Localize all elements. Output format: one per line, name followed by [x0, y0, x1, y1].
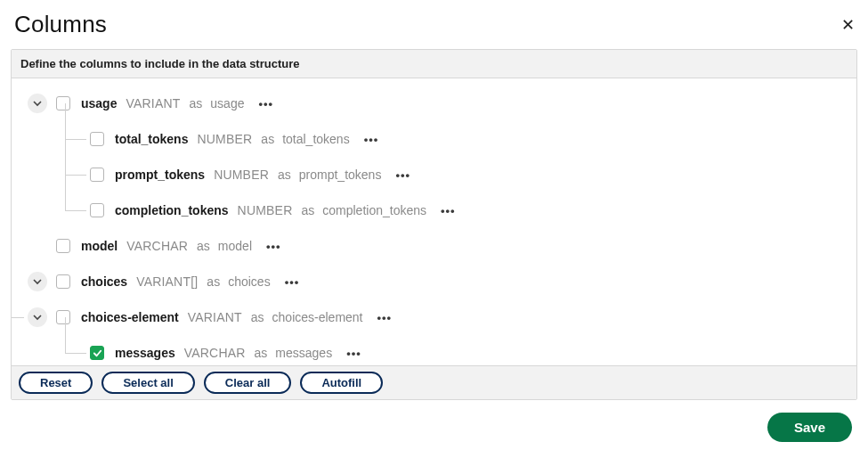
- dialog-title: Columns: [14, 11, 107, 38]
- column-name: choices-element: [81, 310, 179, 324]
- tree-node-total-tokens: total_tokens NUMBER as total_tokens •••: [90, 121, 848, 157]
- tree-node-model: model VARCHAR as model •••: [28, 228, 848, 264]
- checkbox-total-tokens[interactable]: [90, 132, 104, 146]
- column-alias: choices-element: [272, 310, 363, 324]
- column-alias: usage: [210, 96, 244, 110]
- as-label: as: [207, 274, 220, 289]
- as-label: as: [251, 310, 264, 324]
- more-icon[interactable]: •••: [255, 95, 277, 112]
- column-alias: completion_tokens: [322, 203, 426, 217]
- chevron-down-icon[interactable]: [28, 307, 47, 327]
- more-icon[interactable]: •••: [281, 274, 304, 290]
- tree-node-prompt-tokens: prompt_tokens NUMBER as prompt_tokens ••…: [90, 157, 848, 192]
- more-icon[interactable]: •••: [374, 309, 396, 326]
- more-icon[interactable]: •••: [437, 202, 459, 219]
- dialog-header: Columns ✕: [11, 7, 857, 49]
- panel-header: Define the columns to include in the dat…: [12, 50, 856, 78]
- dialog-footer: Save: [11, 400, 857, 442]
- as-label: as: [301, 203, 314, 217]
- column-type: VARCHAR: [184, 346, 246, 360]
- column-type: NUMBER: [214, 168, 269, 182]
- chevron-down-icon[interactable]: [28, 94, 47, 113]
- column-name: usage: [81, 96, 117, 110]
- column-type: NUMBER: [197, 132, 252, 146]
- chevron-down-icon[interactable]: [28, 272, 47, 291]
- as-label: as: [197, 239, 210, 253]
- as-label: as: [261, 132, 274, 146]
- column-alias: total_tokens: [282, 132, 350, 146]
- tree-node-choices-element: choices-element VARIANT as choices-eleme…: [28, 299, 848, 335]
- column-name: messages: [115, 346, 175, 360]
- tree-node-messages: messages VARCHAR as messages •••: [90, 335, 848, 365]
- checkbox-choices-element[interactable]: [56, 310, 70, 324]
- column-alias: choices: [228, 274, 270, 289]
- more-icon[interactable]: •••: [343, 345, 365, 362]
- column-type: VARIANT[]: [136, 274, 198, 289]
- tree-node-completion-tokens: completion_tokens NUMBER as completion_t…: [90, 192, 848, 228]
- column-name: completion_tokens: [115, 203, 229, 217]
- as-label: as: [190, 96, 203, 110]
- checkbox-prompt-tokens[interactable]: [90, 168, 104, 182]
- column-alias: prompt_tokens: [299, 168, 382, 182]
- checkbox-usage[interactable]: [56, 96, 70, 110]
- column-name: model: [81, 239, 118, 253]
- column-type: NUMBER: [238, 203, 293, 217]
- checkbox-choices[interactable]: [56, 274, 70, 289]
- autofill-button[interactable]: Autofill: [300, 372, 383, 394]
- panel-footer: Reset Select all Clear all Autofill: [12, 365, 856, 399]
- tree-node-choices: choices VARIANT[] as choices •••: [28, 264, 848, 299]
- column-name: prompt_tokens: [115, 168, 205, 182]
- close-icon[interactable]: ✕: [838, 15, 857, 35]
- reset-button[interactable]: Reset: [19, 372, 93, 394]
- more-icon[interactable]: •••: [263, 238, 285, 255]
- column-type: VARCHAR: [126, 239, 188, 253]
- save-button[interactable]: Save: [767, 413, 852, 442]
- column-name: total_tokens: [115, 132, 188, 146]
- more-icon[interactable]: •••: [361, 131, 383, 148]
- tree-node-usage: usage VARIANT as usage •••: [28, 86, 848, 121]
- select-all-button[interactable]: Select all: [101, 372, 194, 394]
- more-icon[interactable]: •••: [392, 167, 414, 184]
- as-label: as: [278, 168, 291, 182]
- as-label: as: [255, 346, 268, 360]
- checkbox-model[interactable]: [56, 239, 70, 253]
- columns-panel: Define the columns to include in the dat…: [11, 49, 857, 400]
- columns-dialog: Columns ✕ Define the columns to include …: [0, 0, 868, 450]
- column-name: choices: [81, 274, 127, 289]
- column-alias: model: [218, 239, 252, 253]
- column-type: VARIANT: [126, 96, 180, 110]
- columns-tree-scroll[interactable]: usage VARIANT as usage ••• tot: [12, 78, 856, 365]
- checkbox-completion-tokens[interactable]: [90, 203, 104, 217]
- clear-all-button[interactable]: Clear all: [204, 372, 292, 394]
- column-alias: messages: [275, 346, 332, 360]
- checkbox-messages[interactable]: [90, 346, 104, 360]
- column-type: VARIANT: [188, 310, 242, 324]
- columns-tree: usage VARIANT as usage ••• tot: [28, 86, 848, 365]
